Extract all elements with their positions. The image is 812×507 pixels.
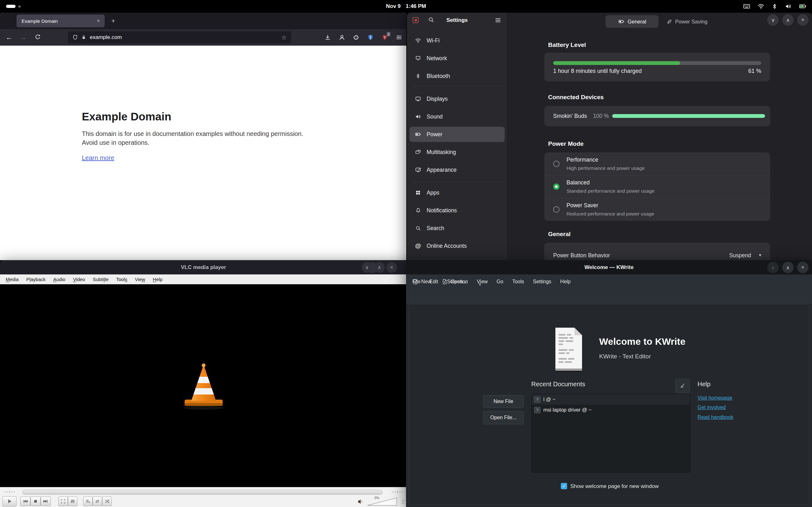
- url-bar[interactable]: example.com ☆: [68, 32, 291, 43]
- reload-icon[interactable]: [34, 34, 42, 41]
- time-total: --:--: [392, 490, 403, 494]
- kwrite-titlebar[interactable]: Welcome — KWrite: [406, 260, 812, 274]
- seek-slider[interactable]: [22, 490, 383, 495]
- system-tray[interactable]: [743, 0, 807, 13]
- workspace-pill[interactable]: [6, 5, 15, 8]
- browser-tab[interactable]: Example Domain ×: [16, 14, 105, 27]
- sidebar-item-network[interactable]: Network: [409, 51, 505, 66]
- kwrite-close-button[interactable]: ×: [797, 262, 809, 273]
- resize-grip[interactable]: [402, 499, 405, 504]
- menu-help[interactable]: Help: [556, 279, 575, 285]
- toolbar-new-button[interactable]: New: [412, 279, 432, 285]
- workspace-dot[interactable]: [18, 5, 20, 8]
- clock[interactable]: Nov 9 1:46 PM: [386, 0, 426, 13]
- sidebar-item-multitasking[interactable]: Multitasking: [409, 145, 505, 160]
- tab-close-icon[interactable]: ×: [95, 18, 102, 24]
- option-balanced[interactable]: Balanced Standard performance and power …: [544, 175, 770, 198]
- sidebar-item-apps[interactable]: Apps: [409, 185, 505, 200]
- menu-video[interactable]: Video: [69, 277, 89, 282]
- loop-button[interactable]: [93, 497, 102, 506]
- welcome-checkbox-label[interactable]: Show welcome page for new window: [570, 483, 659, 490]
- recent-document-row[interactable]: ? l @ ~: [531, 394, 690, 405]
- shuffle-button[interactable]: [102, 497, 112, 506]
- sidebar-item-bluetooth[interactable]: Bluetooth: [409, 68, 505, 83]
- kwrite-minimize-button[interactable]: ∨: [767, 262, 779, 273]
- fullscreen-button[interactable]: [58, 497, 68, 506]
- menu-hamburger-icon[interactable]: [396, 34, 403, 41]
- menu-media[interactable]: Media: [2, 277, 22, 282]
- menu-go[interactable]: Go: [492, 279, 508, 285]
- forward-icon[interactable]: →: [20, 34, 27, 41]
- sidebar-item-appearance[interactable]: Appearance: [409, 162, 505, 177]
- primary-menu-icon[interactable]: [496, 17, 501, 23]
- sidebar-item-wifi[interactable]: Wi-Fi: [409, 33, 505, 48]
- toolbar-overflow-chevron-icon[interactable]: ∨: [478, 281, 481, 286]
- get-involved-link[interactable]: Get involved: [698, 405, 726, 410]
- power-button-behavior-value[interactable]: Suspend: [729, 252, 751, 259]
- vlc-maximize-button[interactable]: ∧: [374, 262, 385, 273]
- learn-more-link[interactable]: Learn more: [82, 154, 114, 162]
- vlc-titlebar[interactable]: VLC media player: [0, 260, 407, 274]
- menu-help[interactable]: Help: [149, 277, 166, 282]
- menu-playback[interactable]: Playback: [22, 277, 49, 282]
- vlc-minimize-button[interactable]: ∨: [362, 262, 372, 273]
- kwrite-maximize-button[interactable]: ∧: [782, 262, 794, 273]
- account-icon[interactable]: [339, 34, 345, 41]
- ublock-shield-icon[interactable]: 2: [381, 34, 388, 41]
- minimize-button[interactable]: ∨: [767, 14, 779, 26]
- dropdown-arrow-icon[interactable]: ▾: [759, 252, 761, 258]
- sidebar-item-online-accounts[interactable]: @ Online Accounts: [409, 238, 505, 253]
- sidebar-item-notifications[interactable]: Notifications: [409, 203, 505, 218]
- option-performance[interactable]: Performance High performance and power u…: [544, 153, 770, 175]
- maximize-button[interactable]: ∧: [782, 14, 794, 26]
- new-tab-button[interactable]: +: [109, 17, 117, 25]
- container-shield-icon[interactable]: [367, 34, 374, 41]
- toolbar-open-button[interactable]: Open...: [442, 279, 467, 285]
- menu-tools[interactable]: Tools: [112, 277, 131, 282]
- open-file-button[interactable]: Open File...: [483, 411, 524, 424]
- menu-view[interactable]: View: [472, 279, 492, 285]
- new-file-button[interactable]: New File: [483, 395, 524, 408]
- bookmark-star-icon[interactable]: ☆: [281, 34, 287, 41]
- menu-view[interactable]: View: [131, 277, 149, 282]
- clear-recent-button[interactable]: [675, 379, 690, 393]
- back-icon[interactable]: ←: [6, 34, 13, 41]
- radio-checked[interactable]: [553, 183, 560, 190]
- radio-unchecked[interactable]: [553, 161, 560, 167]
- tracking-shield-icon[interactable]: [72, 34, 78, 41]
- vlc-video-area[interactable]: [0, 284, 407, 487]
- menu-tools[interactable]: Tools: [508, 279, 528, 285]
- stop-button[interactable]: [31, 497, 41, 506]
- visit-homepage-link[interactable]: Visit homepage: [698, 395, 732, 401]
- recent-document-row[interactable]: ? msi laptop driver @ ~: [531, 405, 690, 415]
- url-text[interactable]: example.com: [90, 34, 281, 41]
- radio-unchecked[interactable]: [553, 206, 560, 213]
- sidebar-item-sound[interactable]: Sound: [409, 109, 505, 124]
- volume-slider[interactable]: [367, 497, 398, 506]
- vlc-close-button[interactable]: ×: [386, 262, 397, 273]
- read-handbook-link[interactable]: Read handbook: [698, 414, 733, 420]
- sidebar-item-search[interactable]: Search: [409, 221, 505, 236]
- menu-settings[interactable]: Settings: [528, 279, 556, 285]
- tab-general[interactable]: General: [606, 15, 658, 28]
- tab-power-saving[interactable]: Power Saving: [664, 15, 710, 28]
- wifi-icon: [757, 3, 764, 10]
- connected-devices-heading: Connected Devices: [548, 94, 604, 101]
- play-button[interactable]: [3, 496, 16, 506]
- menu-subtitle[interactable]: Subtitle: [89, 277, 112, 282]
- menu-audio[interactable]: Audio: [49, 277, 69, 282]
- sidebar-item-power[interactable]: Power: [409, 127, 505, 142]
- extensions-icon[interactable]: [353, 34, 360, 41]
- previous-button[interactable]: [20, 497, 31, 506]
- equalizer-button[interactable]: [68, 497, 78, 506]
- download-icon[interactable]: [324, 34, 331, 41]
- mute-speaker-icon[interactable]: [358, 499, 363, 504]
- lock-icon[interactable]: [81, 34, 87, 41]
- recent-documents-list[interactable]: ? l @ ~ ? msi laptop driver @ ~: [531, 394, 690, 472]
- option-power-saver[interactable]: Power Saver Reduced performance and powe…: [544, 198, 770, 221]
- close-button[interactable]: ×: [797, 14, 809, 26]
- next-button[interactable]: [41, 497, 51, 506]
- playlist-button[interactable]: [83, 497, 93, 506]
- sidebar-item-displays[interactable]: Displays: [409, 91, 505, 107]
- welcome-checkbox[interactable]: ✓: [561, 483, 567, 489]
